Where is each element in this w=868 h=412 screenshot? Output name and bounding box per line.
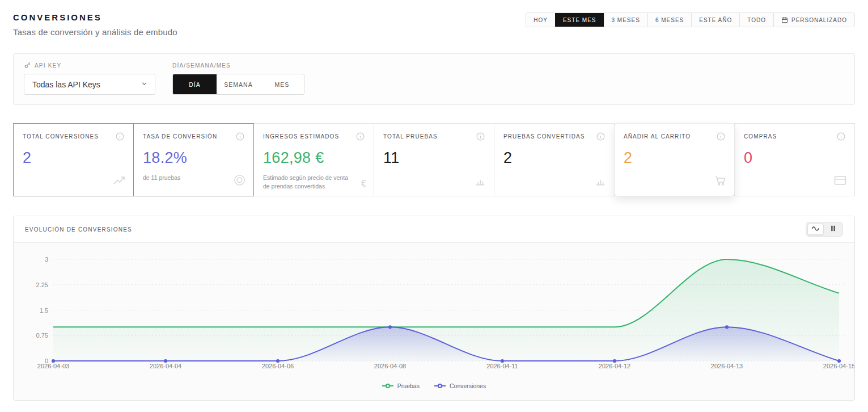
stat-value: 0 [744, 149, 845, 167]
chart-body: 00.751.52.2532026-04-032026-04-042026-04… [14, 243, 854, 400]
y-tick-label: 1.5 [40, 307, 48, 314]
stat-card-head: INGRESOS ESTIMADOS [263, 132, 365, 143]
legend-item-pruebas[interactable]: Pruebas [382, 382, 420, 389]
time-tab-label: ESTE AÑO [699, 17, 732, 23]
granularity-option-semana[interactable]: SEMANA [217, 74, 260, 94]
stat-card-ingresos-estimados[interactable]: INGRESOS ESTIMADOS162,98 €Estimado según… [253, 123, 374, 196]
x-tick-label: 2026-04-04 [150, 363, 181, 369]
stat-card-tasa-de-conversión[interactable]: TASA DE CONVERSIÓN18.2%de 11 pruebas [133, 123, 254, 196]
filter-panel: API KEY Todas las API Keys DÍA/SEMANA/ME… [13, 53, 855, 105]
bar-chart-icon [474, 174, 486, 189]
legend-label: Conversiones [450, 382, 486, 389]
conversions-dashboard: CONVERSIONES Tasas de conversión y análi… [0, 0, 868, 401]
stat-value: 18.2% [143, 149, 244, 167]
time-tab-6-meses[interactable]: 6 MESES [647, 13, 691, 27]
stat-value: 2 [23, 149, 124, 167]
page-heading: CONVERSIONES Tasas de conversión y análi… [13, 12, 177, 37]
legend-label: Pruebas [397, 382, 420, 389]
bar-chart-icon [594, 174, 607, 189]
api-key-filter: API KEY Todas las API Keys [24, 62, 155, 95]
granularity-toggle: DÍASEMANAMES [172, 74, 304, 95]
chart-bar-mode-button[interactable] [825, 224, 841, 235]
stat-card-añadir-al-carrito[interactable]: AÑADIR AL CARRITO2 [614, 123, 735, 196]
granularity-option-mes[interactable]: MES [260, 74, 304, 94]
chart-line-mode-button[interactable] [807, 224, 824, 235]
time-tab-este-mes[interactable]: ESTE MES [555, 13, 604, 27]
legend-item-conversiones[interactable]: Conversiones [434, 382, 486, 389]
cart-icon [713, 173, 727, 189]
chart-title: EVOLUCIÓN DE CONVERSIONES [25, 226, 132, 233]
chevron-down-icon [141, 80, 148, 89]
time-tab-este-año[interactable]: ESTE AÑO [691, 13, 739, 27]
stat-value: 2 [624, 149, 725, 167]
y-tick-label: 2.25 [36, 281, 48, 288]
info-icon[interactable] [837, 132, 845, 143]
chart-legend: PruebasConversiones [14, 381, 854, 389]
time-tab-3-meses[interactable]: 3 MESES [604, 13, 647, 27]
info-icon[interactable] [236, 132, 244, 143]
stat-card-compras[interactable]: COMPRAS0 [734, 123, 855, 196]
time-tab-label: HOY [533, 17, 548, 23]
granularity-filter: DÍA/SEMANA/MES DÍASEMANAMES [172, 62, 304, 95]
stat-value: 162,98 € [263, 149, 365, 167]
stat-card-head: TASA DE CONVERSIÓN [143, 132, 244, 143]
time-tab-hoy[interactable]: HOY [526, 13, 555, 27]
time-range-tabs: HOYESTE MES3 MESES6 MESESESTE AÑOTODOPER… [526, 12, 855, 27]
stat-card-head: TOTAL PRUEBAS [383, 132, 485, 143]
page-title: CONVERSIONES [13, 12, 177, 22]
page-header: CONVERSIONES Tasas de conversión y análi… [13, 0, 855, 37]
time-tab-label: 6 MESES [655, 17, 684, 23]
conversions-chart: 00.751.52.2532026-04-032026-04-042026-04… [14, 243, 854, 379]
stat-label: PRUEBAS CONVERTIDAS [503, 132, 585, 140]
calendar-icon [781, 16, 788, 23]
time-tab-personalizado[interactable]: PERSONALIZADO [773, 13, 854, 27]
stats-row: TOTAL CONVERSIONES2TASA DE CONVERSIÓN18.… [13, 123, 855, 196]
stat-label: TASA DE CONVERSIÓN [143, 132, 217, 140]
stat-subtitle: Estimado según precio de venta de prenda… [263, 174, 354, 190]
granularity-label: DÍA/SEMANA/MES [172, 62, 304, 69]
stat-card-head: PRUEBAS CONVERTIDAS [503, 132, 605, 143]
stat-label: TOTAL PRUEBAS [383, 132, 438, 140]
wave-icon [811, 224, 820, 234]
info-icon[interactable] [356, 132, 365, 143]
time-tab-todo[interactable]: TODO [739, 13, 773, 27]
time-tab-label: TODO [747, 17, 766, 23]
key-icon [24, 61, 31, 70]
y-tick-label: 3 [45, 256, 48, 263]
chart-header: EVOLUCIÓN DE CONVERSIONES [14, 216, 854, 243]
target-icon [233, 174, 246, 189]
stat-card-total-conversiones[interactable]: TOTAL CONVERSIONES2 [13, 123, 134, 196]
legend-marker [382, 383, 393, 389]
info-icon[interactable] [717, 132, 725, 143]
y-tick-label: 0.75 [36, 332, 48, 339]
stat-subtitle: de 11 pruebas [143, 174, 234, 182]
x-tick-label: 2026-04-06 [262, 363, 294, 369]
series-point-conversiones [725, 325, 729, 329]
info-icon[interactable] [116, 132, 124, 143]
api-key-label: API KEY [24, 62, 155, 69]
credit-card-icon [833, 174, 847, 189]
conversions-evolution-panel: EVOLUCIÓN DE CONVERSIONES 00.751.52.2532… [13, 216, 855, 401]
time-tab-label: 3 MESES [612, 17, 640, 23]
trending-up-icon [112, 174, 126, 189]
stat-value: 2 [503, 149, 605, 167]
stat-card-total-pruebas[interactable]: TOTAL PRUEBAS11 [374, 123, 494, 196]
api-key-select[interactable]: Todas las API Keys [24, 74, 155, 95]
bars-icon [829, 224, 837, 234]
time-tab-label: ESTE MES [563, 17, 596, 23]
info-icon[interactable] [596, 132, 605, 143]
chart-mode-controls [806, 222, 843, 237]
granularity-option-día[interactable]: DÍA [173, 74, 217, 94]
info-icon[interactable] [476, 132, 485, 143]
stat-label: COMPRAS [744, 132, 777, 140]
stat-card-head: TOTAL CONVERSIONES [23, 132, 124, 143]
stat-value: 11 [383, 149, 485, 167]
x-tick-label: 2026-04-15 [823, 363, 854, 369]
stat-card-pruebas-convertidas[interactable]: PRUEBAS CONVERTIDAS2 [494, 123, 615, 196]
time-tab-label: PERSONALIZADO [791, 17, 847, 23]
x-tick-label: 2026-04-13 [711, 363, 743, 369]
stat-card-head: COMPRAS [744, 132, 845, 143]
stat-card-head: AÑADIR AL CARRITO [624, 132, 725, 143]
series-point-conversiones [388, 325, 392, 329]
x-tick-label: 2026-04-12 [599, 363, 630, 369]
